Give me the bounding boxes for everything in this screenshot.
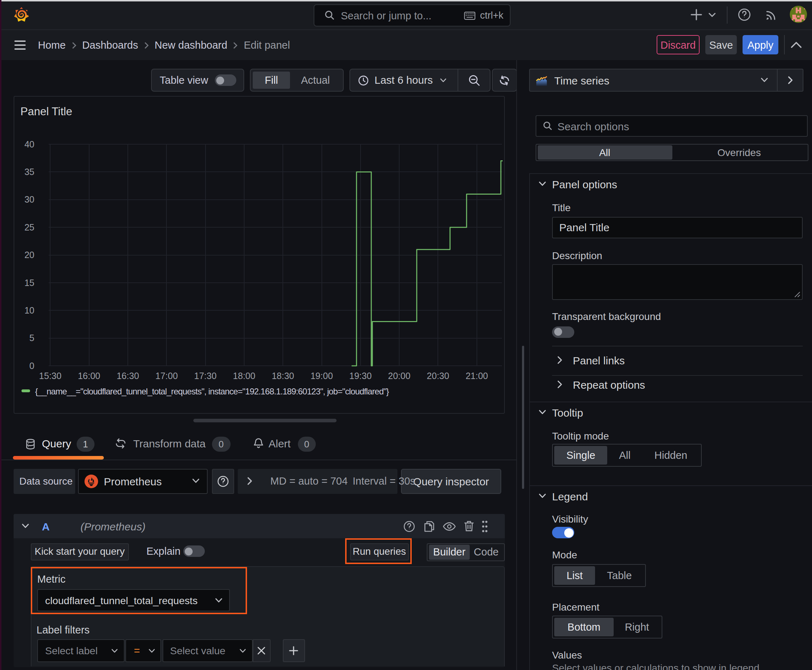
svg-text:18:00: 18:00 <box>233 371 256 381</box>
svg-text:15: 15 <box>24 278 34 288</box>
svg-text:18:30: 18:30 <box>272 371 294 381</box>
svg-text:25: 25 <box>24 222 34 232</box>
svg-text:19:30: 19:30 <box>349 371 372 381</box>
svg-text:20:30: 20:30 <box>427 371 449 381</box>
svg-text:15:30: 15:30 <box>39 371 61 381</box>
svg-text:16:30: 16:30 <box>117 371 139 381</box>
svg-text:0: 0 <box>29 361 34 371</box>
svg-text:17:00: 17:00 <box>155 371 178 381</box>
svg-text:16:00: 16:00 <box>78 371 100 381</box>
svg-text:30: 30 <box>24 195 34 205</box>
svg-text:35: 35 <box>24 167 34 177</box>
svg-text:10: 10 <box>24 305 34 315</box>
svg-text:21:00: 21:00 <box>465 371 488 381</box>
svg-text:17:30: 17:30 <box>194 371 217 381</box>
svg-text:20: 20 <box>24 250 34 260</box>
svg-text:20:00: 20:00 <box>388 371 411 381</box>
svg-text:40: 40 <box>24 139 34 149</box>
svg-text:19:00: 19:00 <box>310 371 333 381</box>
svg-text:5: 5 <box>29 333 34 343</box>
